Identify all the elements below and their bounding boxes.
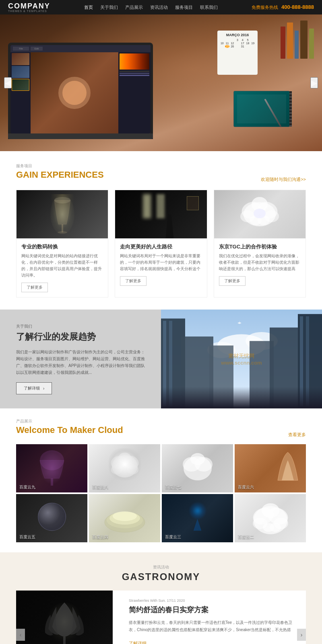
svg-point-50 <box>270 523 281 532</box>
product-item-6[interactable]: 百度云四 <box>89 494 160 542</box>
header: COMPANY THEMES & TEMPLATES 首页 关于我们 产品展示 … <box>0 0 322 14</box>
hero-laptop: File Edit <box>8 43 153 139</box>
logo-title: COMPANY <box>8 2 50 10</box>
products-more-link[interactable]: 查看更多 <box>288 432 306 438</box>
nav-news[interactable]: 资讯活动 <box>150 4 168 10</box>
svg-point-30 <box>109 454 128 470</box>
service-card-2-body: 走向更美好的人生路径 网站关键词布局对于一个网站来说是非常重要的，一个好的布局等… <box>115 238 206 291</box>
service-card-1-btn[interactable]: 了解更多 <box>21 283 48 292</box>
svg-rect-23 <box>169 321 172 406</box>
logo-subtitle: THEMES & TEMPLATES <box>8 10 50 12</box>
gastronomy-article-text: Strawberrles With Sun. 17/11 2020 简约舒适的春… <box>121 591 306 644</box>
products-section: 产品展示 Welcome To Maker Cloud 查看更多 百度云九 <box>0 408 322 552</box>
hero-laptop-screen: File Edit <box>10 45 151 133</box>
products-header: 产品展示 Welcome To Maker Cloud 查看更多 <box>16 418 306 438</box>
product-2-label: 百度云八 <box>92 484 108 490</box>
gastronomy-next-button[interactable]: › <box>297 629 306 641</box>
about-details-button[interactable]: 了解详细 › <box>16 382 52 394</box>
services-label: 服务项目 <box>16 163 104 169</box>
about-left: 关于我们 了解行业的发展趋势 我们是一家以网站设计制作和广告设计制作为主的公司，… <box>0 310 161 408</box>
about-desc: 我们是一家以网站设计制作和广告设计制作为主的公司，公司主营业务：网站设计、服务项… <box>16 349 145 376</box>
svg-point-31 <box>121 454 140 470</box>
product-item-2[interactable]: 百度云八 <box>89 444 160 492</box>
svg-rect-20 <box>209 345 233 408</box>
service-card-2: 走向更美好的人生路径 网站关键词布局对于一个网站来说是非常重要的，一个好的布局等… <box>115 190 207 297</box>
svg-point-2 <box>58 231 67 234</box>
nav-services[interactable]: 服务项目 <box>175 4 193 10</box>
service-card-3-desc: 我们在优化过程中，会发现网站收录的渐像，收者不收款，但是不收款对于网站优化方面影… <box>219 253 301 272</box>
gastronomy-header: 资讯活动 GASTRONOMY <box>16 564 306 582</box>
product-3-label: 百度云七 <box>165 484 181 490</box>
nav-contact[interactable]: 联系我们 <box>200 4 218 10</box>
service-cards: 专业的数码转换 网站关键词优化是对网站的站内链接进行优化，在内容优化中，分类的位… <box>16 190 306 297</box>
product-5-label: 百度云五 <box>19 534 35 540</box>
hero-next-button[interactable]: ▶ <box>310 77 318 88</box>
gastronomy-section: 资讯活动 GASTRONOMY ‹ <box>0 552 322 644</box>
svg-point-38 <box>190 453 205 465</box>
gastronomy-label: 资讯活动 <box>16 564 306 570</box>
gastronomy-readmore-link[interactable]: 了解详细 <box>129 641 147 644</box>
about-right-image: 素材无忧网www.sccnn.com <box>161 310 322 408</box>
product-item-5[interactable]: 百度云五 <box>16 494 87 542</box>
service-card-3-title: 东京TGC上的合作初体验 <box>219 243 301 250</box>
watermark: 素材无忧网www.sccnn.com <box>221 353 262 366</box>
svg-point-13 <box>217 334 266 357</box>
hero-calendar: MARÇO 2016 345 101112171819 252631 <box>217 31 258 75</box>
gastronomy-article-title: 简约舒适的春日实穿方案 <box>129 605 298 615</box>
service-card-3-image <box>214 190 305 238</box>
about-right: 素材无忧网www.sccnn.com <box>161 310 322 408</box>
service-card-2-btn[interactable]: 了解更多 <box>120 276 147 286</box>
svg-point-29 <box>112 455 138 478</box>
svg-rect-24 <box>300 316 303 406</box>
product-item-7[interactable]: 百度云三 <box>162 494 233 542</box>
gastronomy-article-desc: 搭衣重量打扮和云克，春天的到来只需要一件适色打底Tee，以及一件洗过的字母印花春… <box>129 619 298 634</box>
hotline: 免费服务热线 400-888-8888 <box>252 4 314 10</box>
products-grid: 百度云九 百度云八 <box>16 444 306 542</box>
svg-rect-25 <box>306 316 309 406</box>
service-card-2-desc: 网站关键词布局对于一个网站来说是非常重要的，一个好的布局等于一个好的建筑，只要内… <box>120 253 202 272</box>
service-card-3: 东京TGC上的合作初体验 我们在优化过程中，会发现网站收录的渐像，收者不收款，但… <box>214 190 306 297</box>
svg-rect-52 <box>63 637 66 644</box>
product-6-label: 百度云四 <box>92 534 108 540</box>
about-title: 了解行业的发展趋势 <box>16 331 145 343</box>
services-title-group: 服务项目 GAIN EXPERIENCES <box>16 163 104 183</box>
service-card-2-title: 走向更美好的人生路径 <box>120 243 202 250</box>
product-7-label: 百度云三 <box>165 534 181 540</box>
svg-rect-21 <box>250 341 274 408</box>
hero-notebook <box>233 91 290 127</box>
services-more-link[interactable]: 欢迎随时与我们沟通>> <box>261 176 306 183</box>
svg-rect-28 <box>51 478 53 486</box>
service-card-3-btn[interactable]: 了解更多 <box>219 276 246 286</box>
nav-home[interactable]: 首页 <box>84 4 93 10</box>
product-item-4[interactable]: 百度云六 <box>235 444 306 492</box>
hero-prev-button[interactable]: ◀ <box>4 77 12 88</box>
service-card-1-desc: 网站关键词优化是对网站的站内链接进行优化，在内容优化中，分类的位置都是不一样的，… <box>21 253 103 279</box>
nav-about[interactable]: 关于我们 <box>100 4 118 10</box>
product-item-8[interactable]: 百度云二 <box>235 494 306 542</box>
product-4-label: 百度云六 <box>238 484 254 490</box>
hotline-number: 400-888-8888 <box>281 4 314 10</box>
svg-point-11 <box>254 209 266 218</box>
hero-books <box>281 18 314 59</box>
about-label: 关于我们 <box>16 324 145 329</box>
services-title: GAIN EXPERIENCES <box>16 170 104 180</box>
svg-rect-18 <box>181 336 213 408</box>
service-card-1-title: 专业的数码转换 <box>21 243 103 250</box>
svg-point-33 <box>111 465 122 474</box>
product-8-label: 百度云二 <box>238 534 254 540</box>
gastronomy-content: Strawberrles With Sun. 17/11 2020 简约舒适的春… <box>16 591 306 644</box>
nav-products[interactable]: 产品展示 <box>125 4 143 10</box>
hero-banner: File Edit MARÇ <box>0 14 322 151</box>
product-item-1[interactable]: 百度云九 <box>16 444 87 492</box>
svg-point-27 <box>40 450 64 470</box>
about-btn-arrow: › <box>43 386 44 391</box>
svg-point-34 <box>127 465 138 474</box>
product-item-3[interactable]: 百度云七 <box>162 444 233 492</box>
main-nav: 首页 关于我们 产品展示 资讯活动 服务项目 联系我们 <box>84 4 218 10</box>
products-title: Welcome To Maker Cloud <box>16 425 123 435</box>
products-title-group: 产品展示 Welcome To Maker Cloud <box>16 418 123 438</box>
services-header: 服务项目 GAIN EXPERIENCES 欢迎随时与我们沟通>> <box>16 163 306 183</box>
gastronomy-prev-button[interactable]: ‹ <box>16 629 25 641</box>
about-section: 关于我们 了解行业的发展趋势 我们是一家以网站设计制作和广告设计制作为主的公司，… <box>0 310 322 408</box>
service-card-1: 专业的数码转换 网站关键词优化是对网站的站内链接进行优化，在内容优化中，分类的位… <box>16 190 108 297</box>
